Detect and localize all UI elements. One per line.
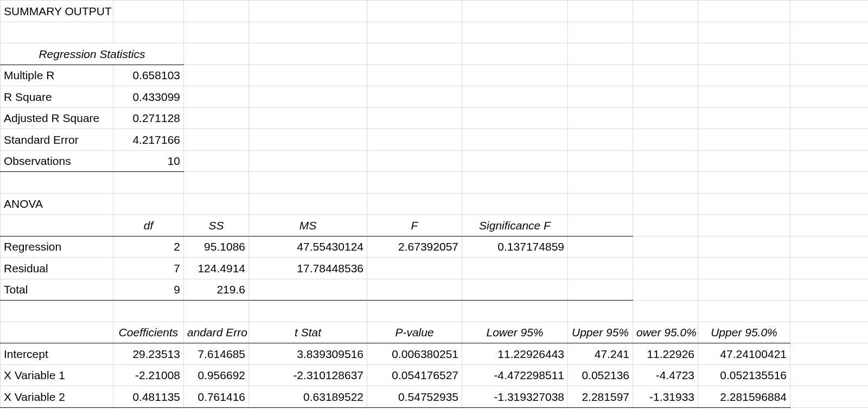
cell[interactable]	[1, 301, 113, 322]
stat-label[interactable]: Standard Error	[1, 129, 113, 151]
cell[interactable]	[462, 107, 568, 129]
coef-pvalue[interactable]: 0.006380251	[367, 343, 462, 365]
cell[interactable]	[367, 193, 462, 215]
anova-ss[interactable]: 124.4914	[184, 258, 249, 279]
cell[interactable]	[790, 86, 869, 108]
cell[interactable]	[249, 150, 367, 172]
stat-label[interactable]: R Square	[1, 86, 113, 108]
anova-header-sigf[interactable]: Significance F	[462, 215, 568, 237]
coef-stderr[interactable]: 0.956692	[184, 365, 249, 386]
cell[interactable]	[633, 236, 698, 258]
cell[interactable]	[698, 172, 790, 194]
coef-lower95b[interactable]: 11.22926	[633, 343, 698, 365]
cell[interactable]	[249, 129, 367, 151]
coef-value[interactable]: -2.21008	[113, 365, 184, 386]
coef-upper95b[interactable]: 0.052135516	[698, 365, 790, 386]
cell[interactable]	[790, 236, 869, 258]
cell[interactable]	[367, 65, 462, 86]
cell[interactable]	[568, 172, 633, 194]
cell[interactable]	[367, 150, 462, 172]
cell[interactable]	[698, 215, 790, 237]
cell[interactable]	[790, 22, 869, 43]
cell[interactable]	[568, 236, 633, 258]
cell[interactable]	[790, 365, 869, 386]
anova-df[interactable]: 2	[113, 236, 184, 258]
cell[interactable]	[113, 301, 184, 322]
cell[interactable]	[790, 215, 869, 237]
cell[interactable]	[184, 86, 249, 108]
anova-header-ss[interactable]: SS	[184, 215, 249, 237]
cell[interactable]	[790, 301, 869, 322]
cell[interactable]	[113, 193, 184, 215]
coef-pvalue[interactable]: 0.54752935	[367, 386, 462, 408]
anova-row-label[interactable]: Residual	[1, 258, 113, 279]
cell[interactable]	[568, 215, 633, 237]
coef-lower95[interactable]: -4.472298511	[462, 365, 568, 386]
anova-sigf[interactable]	[462, 279, 568, 301]
cell[interactable]	[249, 86, 367, 108]
anova-sigf[interactable]: 0.137174859	[462, 236, 568, 258]
cell[interactable]	[790, 279, 869, 301]
stat-value[interactable]: 0.658103	[113, 65, 184, 86]
cell[interactable]	[462, 86, 568, 108]
cell[interactable]	[367, 86, 462, 108]
anova-ms[interactable]	[249, 279, 367, 301]
coef-row-label[interactable]: X Variable 2	[1, 386, 113, 408]
cell[interactable]	[568, 1, 633, 22]
cell[interactable]	[790, 343, 869, 365]
cell[interactable]	[113, 172, 184, 194]
cell[interactable]	[462, 129, 568, 151]
cell[interactable]	[249, 193, 367, 215]
cell[interactable]	[633, 86, 698, 108]
cell[interactable]	[790, 193, 869, 215]
cell[interactable]	[633, 279, 698, 301]
cell[interactable]	[462, 193, 568, 215]
anova-ss[interactable]: 219.6	[184, 279, 249, 301]
cell[interactable]	[633, 43, 698, 65]
title-cell[interactable]: SUMMARY OUTPUT	[1, 1, 113, 22]
cell[interactable]	[1, 215, 113, 237]
coef-tstat[interactable]: 0.63189522	[249, 386, 367, 408]
coef-header-pvalue[interactable]: P-value	[367, 322, 462, 343]
cell[interactable]	[790, 172, 869, 194]
coef-value[interactable]: 0.481135	[113, 386, 184, 408]
anova-row-label[interactable]: Regression	[1, 236, 113, 258]
cell[interactable]	[698, 107, 790, 129]
cell[interactable]	[568, 86, 633, 108]
cell[interactable]	[790, 258, 869, 279]
cell[interactable]	[633, 65, 698, 86]
cell[interactable]	[249, 172, 367, 194]
cell[interactable]	[249, 43, 367, 65]
cell[interactable]	[698, 193, 790, 215]
cell[interactable]	[462, 172, 568, 194]
cell[interactable]	[568, 107, 633, 129]
coef-value[interactable]: 29.23513	[113, 343, 184, 365]
cell[interactable]	[568, 65, 633, 86]
cell[interactable]	[568, 43, 633, 65]
cell[interactable]	[462, 301, 568, 322]
cell[interactable]	[698, 22, 790, 43]
anova-f[interactable]: 2.67392057	[367, 236, 462, 258]
cell[interactable]	[367, 172, 462, 194]
cell[interactable]	[462, 65, 568, 86]
cell[interactable]	[633, 258, 698, 279]
cell[interactable]	[184, 1, 249, 22]
cell[interactable]	[1, 22, 113, 43]
cell[interactable]	[790, 65, 869, 86]
cell[interactable]	[184, 172, 249, 194]
anova-title[interactable]: ANOVA	[1, 193, 113, 215]
coef-row-label[interactable]: Intercept	[1, 343, 113, 365]
anova-sigf[interactable]	[462, 258, 568, 279]
coef-upper95[interactable]: 0.052136	[568, 365, 633, 386]
cell[interactable]	[698, 1, 790, 22]
cell[interactable]	[184, 107, 249, 129]
cell[interactable]	[367, 43, 462, 65]
cell[interactable]	[462, 43, 568, 65]
regression-statistics-header[interactable]: Regression Statistics	[1, 43, 184, 65]
cell[interactable]	[113, 22, 184, 43]
coef-upper95[interactable]: 2.281597	[568, 386, 633, 408]
coef-stderr[interactable]: 7.614685	[184, 343, 249, 365]
cell[interactable]	[249, 107, 367, 129]
stat-value[interactable]: 0.271128	[113, 107, 184, 129]
cell[interactable]	[698, 236, 790, 258]
